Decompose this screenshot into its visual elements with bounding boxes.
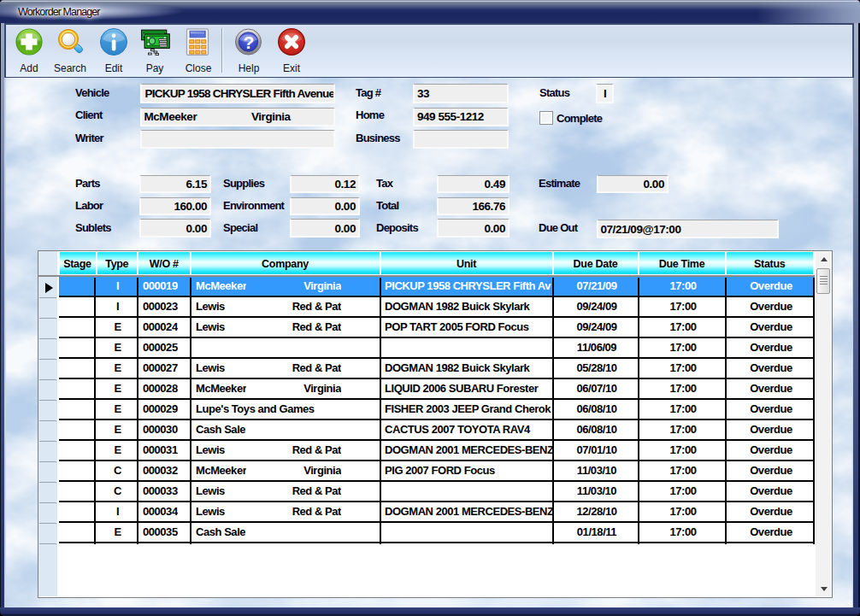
svg-text:?: ? [244, 32, 255, 52]
